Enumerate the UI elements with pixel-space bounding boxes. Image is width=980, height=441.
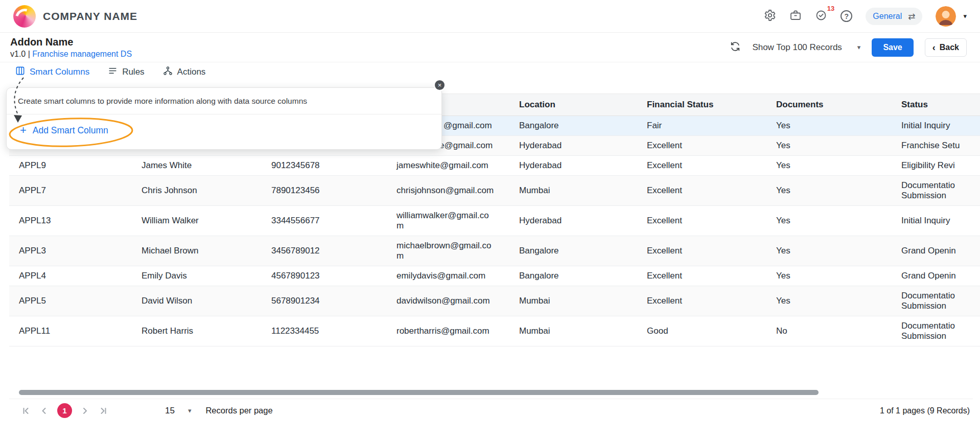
briefcase-button[interactable]	[789, 9, 802, 23]
cell-financial-status: Fair	[641, 116, 770, 136]
close-icon: ×	[438, 81, 442, 89]
pager-controls: 1	[9, 403, 109, 418]
settings-button[interactable]	[764, 9, 776, 23]
rules-icon	[108, 66, 118, 78]
table-row[interactable]: APPL4 Emily Davis 4567890123 emilydavis@…	[9, 266, 980, 286]
table-row[interactable]: APPL9 James White 9012345678 jameswhite@…	[9, 156, 980, 176]
cell-financial-status: Good	[641, 316, 770, 346]
cell-documents: Yes	[770, 236, 895, 266]
swap-arrows-icon: ⇄	[908, 11, 915, 21]
cell-status: Grand Openin	[895, 236, 980, 266]
add-smart-column-label: Add Smart Column	[33, 125, 108, 136]
cell-name: Michael Brown	[135, 236, 265, 266]
smart-columns-popover: × Create smart columns to provide more i…	[6, 87, 442, 150]
cell-phone: 7890123456	[265, 176, 390, 206]
cell-application-id: APPL7	[9, 176, 135, 206]
first-page-icon	[22, 407, 30, 415]
cell-email: jameswhite@gmail.com	[390, 156, 513, 176]
topbar: COMPANY NAME	[0, 0, 980, 33]
cell-status: Initial Inquiry	[895, 206, 980, 236]
cell-documents: Yes	[770, 116, 895, 136]
refresh-button[interactable]	[730, 41, 741, 54]
save-button[interactable]: Save	[872, 38, 913, 57]
prev-page-button[interactable]	[39, 405, 50, 416]
tab-label: Smart Columns	[30, 67, 89, 77]
caret-down-icon: ▾	[857, 43, 861, 51]
datasource-link[interactable]: Franchise management DS	[32, 50, 132, 58]
tab-smart-columns[interactable]: Smart Columns	[15, 66, 89, 78]
table-row[interactable]: APPL5 David Wilson 5678901234 davidwilso…	[9, 286, 980, 316]
cell-financial-status: Excellent	[641, 136, 770, 156]
cell-name: William Walker	[135, 206, 265, 236]
table-row[interactable]: APPL7 Chris Johnson 7890123456 chrisjohn…	[9, 176, 980, 206]
cell-name: David Wilson	[135, 286, 265, 316]
cell-documents: No	[770, 316, 895, 346]
cell-financial-status: Excellent	[641, 176, 770, 206]
chevron-left-icon: ‹	[932, 43, 936, 52]
next-page-button[interactable]	[79, 405, 90, 416]
table-row[interactable]: APPL13 William Walker 3344556677 william…	[9, 206, 980, 236]
avatar[interactable]	[936, 6, 956, 27]
popover-action-row: + Add Smart Column	[7, 114, 441, 149]
first-page-button[interactable]	[20, 405, 32, 416]
cell-name: James White	[135, 156, 265, 176]
actions-icon	[163, 66, 173, 78]
help-button[interactable]: ?	[841, 10, 852, 22]
current-page-badge[interactable]: 1	[57, 403, 72, 418]
horizontal-scrollbar[interactable]	[19, 390, 819, 395]
cell-status: Documentatio Submission	[895, 176, 980, 206]
cell-location: Bangalore	[513, 116, 641, 136]
table-row[interactable]: APPL3 Michael Brown 3456789012 michaelbr…	[9, 236, 980, 266]
records-dropdown[interactable]: Show Top 100 Records ▾	[752, 42, 860, 53]
cell-application-id: APPL5	[9, 286, 135, 316]
column-header-status: Status	[895, 94, 980, 116]
cell-financial-status: Excellent	[641, 156, 770, 176]
cell-location: Hyderabad	[513, 136, 641, 156]
popover-close-button[interactable]: ×	[434, 79, 446, 91]
cell-email: davidwilson@gmail.com	[390, 286, 513, 316]
company-logo	[13, 5, 36, 28]
tab-rules[interactable]: Rules	[108, 66, 144, 78]
cell-name: Emily Davis	[135, 266, 265, 286]
add-smart-column-button[interactable]: + Add Smart Column	[20, 125, 108, 136]
tasks-check-icon	[815, 9, 827, 23]
cell-status: Documentatio Submission	[895, 316, 980, 346]
tab-actions[interactable]: Actions	[163, 66, 206, 78]
cell-email: emilydavis@gmail.com	[390, 266, 513, 286]
cell-location: Hyderabad	[513, 156, 641, 176]
cell-documents: Yes	[770, 136, 895, 156]
header-actions: Show Top 100 Records ▾ Save ‹ Back	[730, 38, 967, 57]
cell-status: Documentatio Submission	[895, 286, 980, 316]
cell-location: Mumbai	[513, 286, 641, 316]
help-icon: ?	[845, 12, 849, 20]
page-size-dropdown[interactable]: 15 ▾	[165, 406, 191, 416]
cell-documents: Yes	[770, 266, 895, 286]
table-row[interactable]: APPL11 Robert Harris 1122334455 robertha…	[9, 316, 980, 346]
cell-application-id: APPL3	[9, 236, 135, 266]
cell-phone: 4567890123	[265, 266, 390, 286]
page-size-value: 15	[165, 406, 175, 416]
region-switcher[interactable]: General ⇄	[866, 8, 922, 25]
profile-caret-icon[interactable]: ▾	[963, 12, 967, 20]
page-header: Addon Name v1.0 | Franchise management D…	[0, 33, 980, 62]
cell-status: Grand Openin	[895, 266, 980, 286]
tasks-button[interactable]: 13	[815, 9, 827, 23]
cell-financial-status: Excellent	[641, 266, 770, 286]
smart-columns-icon	[15, 66, 25, 78]
cell-name: Chris Johnson	[135, 176, 265, 206]
cell-location: Mumbai	[513, 176, 641, 206]
page-summary: 1 of 1 pages (9 Records)	[880, 406, 973, 415]
gear-icon	[764, 9, 776, 23]
cell-email: williamwalker@gmail.com	[390, 206, 513, 236]
last-page-button[interactable]	[98, 405, 109, 416]
cell-documents: Yes	[770, 286, 895, 316]
plus-icon: +	[20, 125, 27, 136]
column-header-location: Location	[513, 94, 641, 116]
cell-email: robertharris@gmail.com	[390, 316, 513, 346]
records-per-page-label: Records per page	[205, 406, 272, 415]
back-button[interactable]: ‹ Back	[925, 38, 967, 57]
title-block: Addon Name v1.0 | Franchise management D…	[10, 36, 132, 59]
cell-name: Robert Harris	[135, 316, 265, 346]
chevron-right-icon	[81, 407, 89, 415]
cell-location: Mumbai	[513, 316, 641, 346]
